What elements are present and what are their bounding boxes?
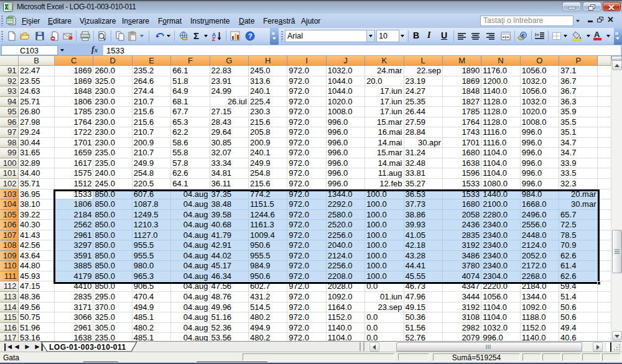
svg-text:Z: Z: [212, 35, 216, 41]
svg-text:?: ?: [248, 32, 253, 40]
svg-text:€: €: [522, 33, 525, 39]
